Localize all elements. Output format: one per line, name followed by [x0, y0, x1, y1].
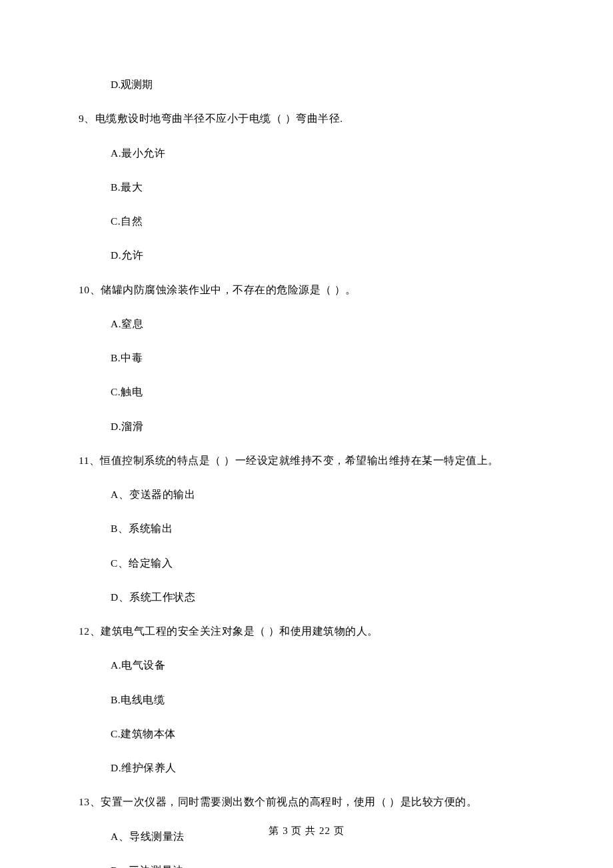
option-b: B、系统输出 [111, 521, 534, 536]
option-b: B、三边测量法 [111, 863, 534, 868]
page-number: 第 3 页 共 22 页 [0, 825, 613, 837]
option-a: A.窒息 [111, 316, 534, 331]
question-text: 12、建筑电气工程的安全关注对象是（ ）和使用建筑物的人。 [79, 623, 534, 639]
option-b: B.中毒 [111, 350, 534, 365]
option-c: C.触电 [111, 384, 534, 399]
option-c: C、给定输入 [111, 555, 534, 571]
options-group: A.最小允许 B.最大 C.自然 D.允许 [111, 145, 534, 263]
question-11: 11、恒值控制系统的特点是（ ）一经设定就维持不变，希望输出维持在某一特定值上。… [79, 453, 534, 605]
option-d: D.允许 [111, 247, 534, 263]
question-9: 9、电缆敷设时地弯曲半径不应小于电缆（ ）弯曲半径. A.最小允许 B.最大 C… [79, 111, 534, 263]
question-text: 13、安置一次仪器，同时需要测出数个前视点的高程时，使用（ ）是比较方便的。 [79, 794, 534, 809]
previous-page-option-d: D.观测期 [111, 77, 534, 92]
option-c: C.自然 [111, 213, 534, 229]
page-content: D.观测期 9、电缆敷设时地弯曲半径不应小于电缆（ ）弯曲半径. A.最小允许 … [0, 0, 613, 868]
option-a: A、变送器的输出 [111, 487, 534, 502]
option-b: B.最大 [111, 179, 534, 195]
question-text: 9、电缆敷设时地弯曲半径不应小于电缆（ ）弯曲半径. [79, 111, 534, 126]
question-text: 11、恒值控制系统的特点是（ ）一经设定就维持不变，希望输出维持在某一特定值上。 [79, 453, 534, 468]
option-c: C.建筑物本体 [111, 726, 534, 741]
options-group: A.电气设备 B.电线电缆 C.建筑物本体 D.维护保养人 [111, 657, 534, 775]
options-group: A.窒息 B.中毒 C.触电 D.溜滑 [111, 316, 534, 434]
option-d: D.溜滑 [111, 419, 534, 434]
option-a: A.电气设备 [111, 657, 534, 673]
option-a: A.最小允许 [111, 145, 534, 161]
question-12: 12、建筑电气工程的安全关注对象是（ ）和使用建筑物的人。 A.电气设备 B.电… [79, 623, 534, 775]
question-10: 10、储罐内防腐蚀涂装作业中，不存在的危险源是（ ）。 A.窒息 B.中毒 C.… [79, 282, 534, 434]
options-group: A、变送器的输出 B、系统输出 C、给定输入 D、系统工作状态 [111, 487, 534, 605]
option-d: D、系统工作状态 [111, 589, 534, 605]
question-text: 10、储罐内防腐蚀涂装作业中，不存在的危险源是（ ）。 [79, 282, 534, 297]
option-b: B.电线电缆 [111, 692, 534, 707]
option-d: D.维护保养人 [111, 760, 534, 775]
